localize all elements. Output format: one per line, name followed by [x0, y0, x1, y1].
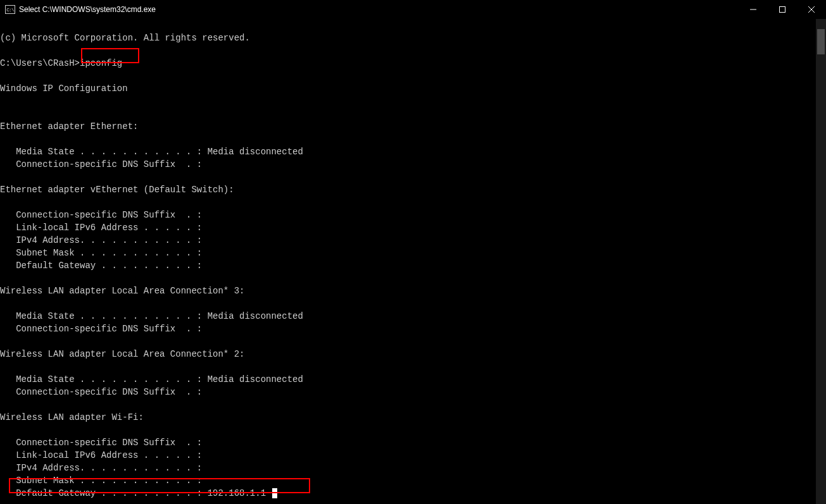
link-local-ipv6-line: Link-local IPv6 Address . . . . . :	[0, 450, 202, 460]
maximize-button[interactable]	[768, 0, 797, 19]
scrollbar-thumb[interactable]	[817, 29, 825, 54]
ipv4-address-line: IPv4 Address. . . . . . . . . . . :	[0, 463, 202, 473]
default-gateway-line: Default Gateway . . . . . . . . . :	[0, 261, 202, 271]
wlan3-adapter-title: Wireless LAN adapter Local Area Connecti…	[0, 286, 244, 296]
window-title: Select C:\WINDOWS\system32\cmd.exe	[19, 5, 739, 14]
terminal-output[interactable]: (c) Microsoft Corporation. All rights re…	[0, 19, 826, 504]
link-local-ipv6-line: Link-local IPv6 Address . . . . . :	[0, 223, 202, 233]
cursor	[272, 488, 277, 498]
close-icon	[808, 6, 815, 13]
close-button[interactable]	[797, 0, 826, 19]
copyright-line: (c) Microsoft Corporation. All rights re…	[0, 33, 250, 43]
default-gateway-value-line: Default Gateway . . . . . . . . . : 192.…	[0, 488, 266, 498]
svg-rect-1	[780, 7, 785, 13]
minimize-icon	[750, 6, 756, 13]
cmd-icon: C:\	[5, 5, 15, 14]
window-controls	[739, 0, 826, 19]
media-state-line: Media State . . . . . . . . . . . : Medi…	[0, 147, 303, 157]
subnet-mask-line: Subnet Mask . . . . . . . . . . . :	[0, 476, 202, 486]
command-text: ipconfig	[80, 58, 122, 68]
dns-suffix-line: Connection-specific DNS Suffix . :	[0, 324, 202, 334]
titlebar[interactable]: C:\ Select C:\WINDOWS\system32\cmd.exe	[0, 0, 826, 19]
dns-suffix-line: Connection-specific DNS Suffix . :	[0, 438, 202, 448]
prompt: C:\Users\CRasH>	[0, 58, 80, 68]
wifi-adapter-title: Wireless LAN adapter Wi-Fi:	[0, 412, 144, 422]
media-state-line: Media State . . . . . . . . . . . : Medi…	[0, 311, 303, 321]
media-state-line: Media State . . . . . . . . . . . : Medi…	[0, 374, 303, 384]
scrollbar[interactable]	[816, 19, 826, 504]
dns-suffix-line: Connection-specific DNS Suffix . :	[0, 387, 202, 397]
subnet-mask-line: Subnet Mask . . . . . . . . . . . :	[0, 248, 202, 258]
dns-suffix-line: Connection-specific DNS Suffix . :	[0, 159, 202, 169]
vethernet-adapter-title: Ethernet adapter vEthernet (Default Swit…	[0, 185, 234, 195]
config-header: Windows IP Configuration	[0, 83, 128, 94]
ethernet-adapter-title: Ethernet adapter Ethernet:	[0, 121, 138, 132]
ipv4-address-line: IPv4 Address. . . . . . . . . . . :	[0, 235, 202, 245]
wlan2-adapter-title: Wireless LAN adapter Local Area Connecti…	[0, 349, 244, 359]
dns-suffix-line: Connection-specific DNS Suffix . :	[0, 210, 202, 220]
maximize-icon	[779, 6, 785, 13]
minimize-button[interactable]	[739, 0, 768, 19]
